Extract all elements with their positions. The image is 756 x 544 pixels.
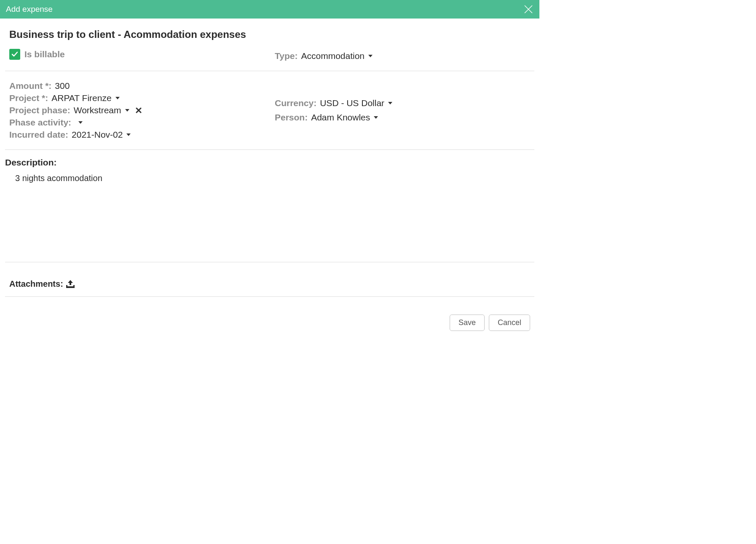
upload-button[interactable] [65, 280, 76, 289]
project-value[interactable]: ARPAT Firenze [51, 93, 111, 103]
upload-icon [65, 280, 76, 289]
amount-input[interactable]: 300 [55, 81, 70, 91]
currency-label: Currency: [275, 98, 316, 108]
activity-label: Phase activity: [9, 117, 71, 128]
svg-marker-11 [68, 280, 73, 285]
cancel-button[interactable]: Cancel [489, 315, 530, 331]
svg-marker-2 [368, 55, 373, 57]
svg-rect-13 [66, 285, 67, 287]
svg-marker-3 [115, 97, 120, 99]
type-dropdown[interactable] [368, 54, 373, 58]
svg-marker-7 [78, 121, 83, 124]
is-billable-label: Is billable [24, 49, 65, 59]
caret-down-icon [368, 54, 373, 58]
svg-marker-10 [374, 116, 378, 119]
incurred-date-dropdown[interactable] [126, 133, 131, 136]
activity-dropdown[interactable] [78, 121, 83, 124]
type-value[interactable]: Accommodation [301, 51, 365, 61]
svg-marker-9 [388, 102, 392, 104]
person-label: Person: [275, 112, 308, 123]
project-label: Project *: [9, 93, 48, 103]
dialog-titlebar: Add expense [0, 0, 539, 19]
caret-down-icon [388, 101, 393, 105]
type-label: Type: [275, 51, 298, 61]
dialog-title: Add expense [6, 5, 53, 14]
caret-down-icon [125, 109, 130, 112]
section-divider [5, 262, 534, 262]
caret-down-icon [115, 96, 120, 100]
expense-title: Business trip to client - Acommodation e… [9, 29, 530, 40]
currency-value[interactable]: USD - US Dollar [320, 98, 384, 108]
incurred-date-label: Incurred date: [9, 130, 68, 140]
close-icon [523, 4, 533, 14]
phase-dropdown[interactable] [125, 109, 130, 112]
person-dropdown[interactable] [373, 116, 378, 119]
x-icon [136, 107, 142, 113]
svg-rect-14 [73, 285, 75, 287]
check-icon [11, 51, 19, 58]
attachments-label: Attachments: [9, 279, 63, 289]
section-divider [5, 71, 534, 71]
is-billable-checkbox[interactable] [9, 49, 20, 60]
description-heading: Description: [5, 157, 530, 168]
project-dropdown[interactable] [115, 96, 120, 100]
phase-clear-button[interactable] [136, 107, 142, 113]
caret-down-icon [126, 133, 131, 136]
close-button[interactable] [522, 3, 535, 16]
phase-label: Project phase: [9, 105, 70, 115]
amount-label: Amount *: [9, 81, 51, 91]
incurred-date-value[interactable]: 2021-Nov-02 [72, 130, 123, 140]
save-button[interactable]: Save [450, 315, 485, 331]
caret-down-icon [78, 121, 83, 124]
description-text[interactable]: 3 nights acommodation [9, 173, 530, 183]
currency-dropdown[interactable] [388, 101, 393, 105]
person-value[interactable]: Adam Knowles [311, 112, 370, 123]
section-divider [5, 149, 534, 150]
svg-marker-8 [126, 133, 131, 136]
svg-marker-4 [125, 109, 129, 112]
caret-down-icon [373, 116, 378, 119]
phase-value[interactable]: Workstream [74, 105, 121, 115]
section-divider [5, 296, 534, 297]
